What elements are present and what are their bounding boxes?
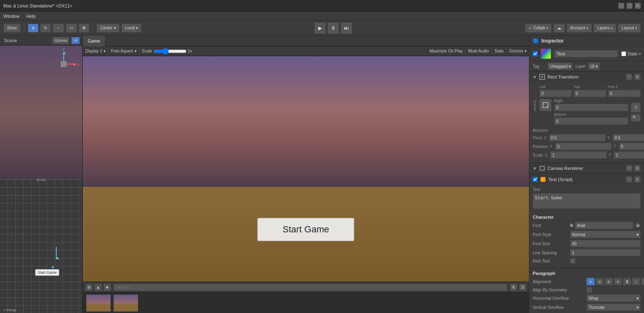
align-middle-btn[interactable]: ↕ — [632, 278, 640, 285]
bottom-icon3[interactable]: ★ — [103, 284, 111, 291]
rot-y-input[interactable] — [619, 143, 644, 150]
local-btn[interactable]: Local ▾ — [121, 24, 142, 33]
game-tab[interactable]: Game — [83, 36, 106, 46]
scale-y-input[interactable] — [614, 151, 644, 159]
gizmos-game-btn[interactable]: Gizmos ▾ — [509, 49, 526, 53]
bottom-search[interactable] — [113, 284, 507, 291]
rt-bottom-input[interactable] — [554, 117, 628, 125]
layer-dropdown[interactable]: UI ▾ — [588, 62, 600, 70]
ai-btn[interactable]: AI — [71, 37, 80, 44]
align-geom-checkbox[interactable] — [586, 287, 592, 293]
align-right-btn[interactable]: ≡ — [605, 278, 613, 285]
tag-dropdown[interactable]: Untagged ▾ — [548, 62, 573, 70]
text-script-header[interactable]: T Text (Script) ? ⚙ — [529, 174, 644, 185]
cr-info-btn[interactable]: ? — [626, 165, 632, 172]
align-left-btn[interactable]: ≡ — [586, 278, 595, 285]
scene-startgame-label[interactable]: Start Game — [35, 269, 59, 276]
cr-settings-btn[interactable]: ⚙ — [634, 165, 641, 172]
text-script-section: T Text (Script) ? ⚙ Text Start Game Char… — [529, 174, 644, 313]
bottom-right-icons: ⇅ ☰ — [510, 284, 526, 291]
rot-x-input[interactable] — [555, 143, 612, 150]
store-btn[interactable]: Store — [3, 24, 21, 33]
object-name-input[interactable] — [554, 50, 618, 57]
rt-right-bottom-grid: Right Bottom — [554, 99, 628, 125]
rt-anchor-box[interactable] — [539, 99, 552, 111]
align-geom-row: Align By Geometry — [533, 287, 641, 293]
vert-overflow-dropdown[interactable]: Truncate ▾ — [586, 303, 641, 311]
active-checkbox[interactable] — [533, 51, 538, 56]
thumb-2[interactable] — [113, 294, 138, 312]
line-spacing-input[interactable] — [570, 249, 641, 256]
thumb-1[interactable] — [86, 294, 111, 312]
vert-overflow-arrow: ▾ — [637, 305, 639, 310]
bottom-icon2[interactable]: ▲ — [94, 284, 102, 291]
scene-view[interactable]: Y X < Persp ⟺ Start Game — [0, 45, 82, 313]
sep3 — [465, 48, 466, 55]
gizmos-btn[interactable]: Gizmos — [52, 37, 70, 44]
sort-icon[interactable]: ⇅ — [510, 284, 517, 291]
rect-transform-collapse-icon: ▼ — [533, 75, 537, 79]
cloud-btn[interactable]: ☁ — [553, 24, 565, 33]
font-size-input[interactable] — [570, 240, 641, 247]
ts-info-btn[interactable]: ? — [626, 176, 632, 183]
inspector-panel: 🔵 Inspector Static ▾ Tag Untagged ▾ — [529, 36, 644, 313]
scale-btn[interactable]: ↔ — [53, 24, 64, 33]
stats-btn[interactable]: Stats — [494, 49, 504, 53]
font-style-dropdown[interactable]: Normal ▾ — [570, 231, 641, 238]
rt-top-input[interactable] — [574, 90, 606, 97]
align-bottom-btn[interactable]: ⬇ — [641, 278, 644, 285]
align-top-btn[interactable]: ⬆ — [623, 278, 631, 285]
menu-help[interactable]: Help — [26, 14, 36, 19]
rt-right-input[interactable] — [554, 104, 628, 111]
align-center-btn[interactable]: ≡ — [596, 278, 604, 285]
mute-audio-btn[interactable]: Mute Audio — [468, 49, 489, 53]
horiz-overflow-dropdown[interactable]: Wrap ▾ — [586, 294, 641, 302]
pivot-y-input[interactable] — [613, 134, 644, 141]
rt-dots-btn[interactable]: ⠿ — [631, 103, 641, 112]
layout-dropdown-icon — [635, 26, 637, 30]
collab-btn[interactable]: ✓ Collab — [525, 24, 551, 33]
move-btn[interactable]: ✥ — [79, 24, 89, 33]
menu-window[interactable]: Window — [3, 14, 19, 19]
text-textarea[interactable]: Start Game — [533, 193, 641, 209]
filter-icon[interactable]: ☰ — [519, 284, 526, 291]
ts-settings-btn[interactable]: ⚙ — [634, 176, 641, 183]
pivot-x-input[interactable] — [549, 134, 606, 141]
rich-text-checkbox[interactable] — [570, 258, 576, 264]
play-btn[interactable]: ▶ — [314, 22, 326, 34]
transform-btn[interactable]: ⊕ — [28, 24, 38, 33]
rt-left-input[interactable] — [539, 90, 572, 97]
display-selector[interactable]: Display 1 ▾ — [85, 49, 106, 53]
static-checkbox[interactable] — [621, 51, 626, 56]
rotate-btn[interactable]: ↻ — [40, 24, 51, 33]
scene-resize-handle[interactable]: ⟺ — [36, 175, 46, 183]
account-btn[interactable]: Account — [567, 24, 592, 33]
maximize-on-play-btn[interactable]: Maximize On Play — [430, 49, 463, 53]
sep4 — [491, 48, 492, 55]
rect-btn[interactable]: ▭ — [66, 24, 77, 33]
font-input[interactable] — [575, 222, 633, 229]
aspect-selector[interactable]: Free Aspect ▾ — [111, 49, 136, 53]
step-btn[interactable]: ⏭ — [341, 22, 352, 34]
close-btn[interactable]: ✕ — [635, 3, 641, 9]
scale-slider[interactable] — [154, 49, 187, 54]
start-game-button[interactable]: Start Game — [257, 218, 354, 241]
maximize-btn[interactable]: □ — [627, 3, 632, 9]
static-dropdown-icon[interactable]: ▾ — [639, 52, 641, 56]
text-script-active[interactable] — [533, 177, 538, 182]
center-btn[interactable]: Center ▾ — [96, 24, 120, 33]
canvas-renderer-header[interactable]: ▼ Canvas Renderer ? ⚙ — [529, 163, 644, 174]
svg-rect-2 — [540, 166, 544, 170]
rt-settings-btn[interactable]: ⚙ — [634, 74, 641, 80]
layers-btn[interactable]: Layers — [594, 24, 616, 33]
align-justify-btn[interactable]: ≡ — [614, 278, 622, 285]
layout-btn[interactable]: Layout — [618, 24, 641, 33]
rt-r-btn[interactable]: R — [631, 114, 641, 122]
rt-posz-input[interactable] — [608, 90, 641, 97]
scale-x-input[interactable] — [550, 151, 607, 159]
minimize-btn[interactable]: ─ — [618, 3, 624, 9]
rt-info-btn[interactable]: ? — [626, 74, 632, 80]
pause-btn[interactable]: ⏸ — [327, 22, 339, 34]
rect-transform-header[interactable]: ▼ Rect Transform ? ⚙ — [529, 72, 644, 82]
bottom-icon1[interactable]: ⚙ — [85, 284, 93, 291]
